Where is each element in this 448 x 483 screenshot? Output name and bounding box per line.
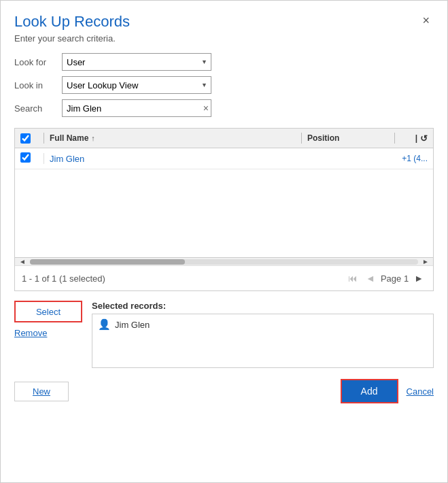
new-button[interactable]: New — [14, 382, 69, 401]
row-divider — [44, 153, 44, 164]
selected-label: Selected records: — [92, 301, 434, 311]
position-header-label: Position — [307, 133, 339, 143]
look-in-select[interactable]: User Lookup View — [62, 76, 211, 94]
horizontal-scrollbar: ◄ ► — [15, 257, 433, 265]
header-divider-3 — [394, 133, 395, 144]
scroll-left-icon[interactable]: ◄ — [18, 258, 27, 265]
look-in-row: Look in User Lookup View — [14, 76, 434, 94]
header-divider-2 — [301, 133, 302, 144]
remove-button[interactable]: Remove — [14, 328, 47, 338]
selected-item: 👤 Jim Glen — [98, 318, 428, 331]
scrollbar-thumb[interactable] — [30, 259, 185, 265]
header-divider-1 — [44, 133, 44, 144]
footer-right-buttons: Add Cancel — [341, 379, 434, 403]
search-row: Search × — [14, 99, 434, 117]
cancel-button[interactable]: Cancel — [407, 386, 434, 397]
row-fullname[interactable]: Jim Glen — [50, 154, 402, 164]
selected-item-name: Jim Glen — [115, 320, 150, 330]
search-label: Search — [14, 103, 62, 114]
look-for-wrapper: User — [62, 53, 211, 71]
selected-actions: Select Remove — [14, 301, 82, 368]
row-checkbox[interactable] — [20, 152, 31, 163]
dialog-subtitle: Enter your search criteria. — [14, 33, 434, 44]
scrollbar-track — [30, 259, 418, 265]
prev-page-button[interactable]: ◄ — [363, 271, 378, 285]
pagination-row: 1 - 1 of 1 (1 selected) ⏮ ◄ Page 1 ► — [15, 265, 433, 290]
fullname-header: Full Name ↑ — [50, 133, 296, 143]
person-icon: 👤 — [98, 318, 111, 331]
table-body: Jim Glen +1 (4... — [15, 148, 433, 257]
search-input[interactable] — [62, 99, 211, 117]
look-in-wrapper: User Lookup View — [62, 76, 211, 94]
position-header: Position — [307, 133, 389, 143]
header-checkbox-cell — [20, 133, 38, 144]
search-clear-button[interactable]: × — [203, 103, 209, 114]
first-page-button[interactable]: ⏮ — [345, 271, 360, 285]
selected-section: Select Remove Selected records: 👤 Jim Gl… — [14, 301, 434, 368]
page-label: Page 1 — [381, 273, 409, 284]
selected-records-wrapper: Selected records: 👤 Jim Glen — [92, 301, 434, 368]
pagination-controls: ⏮ ◄ Page 1 ► — [345, 271, 426, 285]
add-button[interactable]: Add — [341, 379, 398, 403]
look-in-label: Look in — [14, 80, 62, 90]
dialog-header: Look Up Records × — [14, 13, 434, 31]
selected-records-box: 👤 Jim Glen — [92, 314, 434, 368]
scroll-right-icon[interactable]: ► — [421, 258, 430, 265]
search-wrapper: × — [62, 99, 211, 117]
table-header: Full Name ↑ Position | ↺ — [15, 129, 433, 148]
fullname-header-label: Full Name — [50, 133, 88, 143]
look-for-select[interactable]: User — [62, 53, 211, 71]
refresh-header: | ↺ — [400, 133, 428, 144]
next-page-button[interactable]: ► — [411, 271, 426, 285]
results-table: Full Name ↑ Position | ↺ Jim Glen +1 (4.… — [14, 128, 434, 291]
lookup-records-dialog: Look Up Records × Enter your search crit… — [0, 0, 448, 483]
footer-buttons: New Add Cancel — [14, 379, 434, 403]
select-all-checkbox[interactable] — [20, 133, 31, 144]
pagination-info: 1 - 1 of 1 (1 selected) — [22, 273, 105, 284]
dialog-title: Look Up Records — [14, 13, 130, 31]
row-checkbox-cell — [20, 152, 38, 165]
sort-arrow-icon: ↑ — [91, 134, 95, 142]
refresh-icon[interactable]: ↺ — [420, 133, 428, 144]
row-phone: +1 (4... — [402, 154, 428, 163]
close-button[interactable]: × — [418, 13, 434, 28]
select-button[interactable]: Select — [14, 301, 82, 322]
look-for-row: Look for User — [14, 53, 434, 71]
table-row[interactable]: Jim Glen +1 (4... — [15, 148, 433, 169]
pipe-icon: | — [415, 133, 417, 143]
look-for-label: Look for — [14, 57, 62, 67]
